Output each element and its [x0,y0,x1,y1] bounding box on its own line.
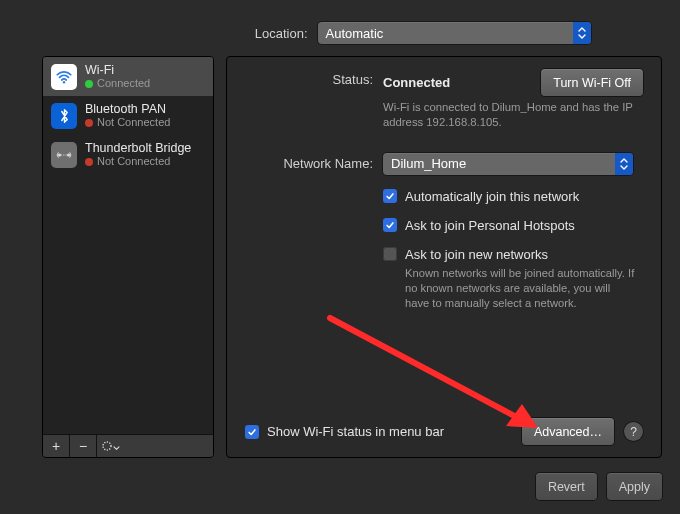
sidebar-item-texts: Wi-Fi Connected [85,63,150,90]
chevron-down-icon [113,438,120,454]
ask-new-help-text: Known networks will be joined automatica… [405,266,637,311]
sidebar-item-wifi[interactable]: Wi-Fi Connected [43,57,213,96]
sidebar-item-status: Not Connected [85,116,170,129]
ask-new-label: Ask to join new networks [405,247,548,262]
sidebar-item-status: Not Connected [85,155,191,168]
revert-button[interactable]: Revert [536,473,597,500]
status-dot-icon [85,158,93,166]
network-name-row: Network Name: Dilum_Home [245,153,643,175]
ask-new-checkbox[interactable] [383,247,397,261]
show-status-checkbox[interactable] [245,425,259,439]
sidebar-item-texts: Bluetooth PAN Not Connected [85,102,170,129]
advanced-button[interactable]: Advanced… [522,418,614,445]
location-row: Location: Automatic [0,22,680,44]
network-name-label: Network Name: [245,153,383,171]
status-value: Connected [383,75,450,90]
auto-join-label: Automatically join this network [405,189,579,204]
svg-point-2 [67,153,70,156]
network-name-value: Dilum_Home [383,156,474,171]
status-dot-icon [85,119,93,127]
minus-icon: − [79,438,87,454]
auto-join-row: Automatically join this network [383,189,643,204]
status-note: Wi-Fi is connected to Dilum_Home and has… [383,100,643,131]
network-name-select[interactable]: Dilum_Home [383,153,633,175]
sidebar-item-name: Thunderbolt Bridge [85,141,191,155]
thunderbolt-bridge-icon [51,142,77,168]
help-button[interactable]: ? [624,422,643,441]
ask-hotspots-checkbox[interactable] [383,218,397,232]
sidebar-item-name: Wi-Fi [85,63,150,77]
network-services-list[interactable]: Wi-Fi Connected Bluetooth PAN [43,57,213,434]
sidebar-footer: + − [43,434,213,457]
bluetooth-icon [51,103,77,129]
ask-hotspots-label: Ask to join Personal Hotspots [405,218,575,233]
location-select-value: Automatic [318,26,392,41]
detail-panel: Status: Connected Turn Wi-Fi Off Wi-Fi i… [226,56,662,458]
updown-icon [615,153,633,175]
detail-bottom-row: Show Wi-Fi status in menu bar Advanced… … [245,418,643,445]
auto-join-checkbox[interactable] [383,189,397,203]
status-row: Status: Connected Turn Wi-Fi Off Wi-Fi i… [245,69,643,131]
footer-buttons: Revert Apply [536,473,662,500]
svg-point-1 [58,153,61,156]
network-preferences-window: Location: Automatic Wi-Fi [0,0,680,514]
main-split: Wi-Fi Connected Bluetooth PAN [42,56,662,458]
sidebar-item-status: Connected [85,77,150,90]
plus-icon: + [52,438,60,454]
status-label: Status: [245,69,383,87]
svg-point-0 [63,81,65,83]
ask-hotspots-row: Ask to join Personal Hotspots [383,218,643,233]
status-dot-icon [85,80,93,88]
show-status-label: Show Wi-Fi status in menu bar [267,424,444,439]
location-label: Location: [70,26,308,41]
sidebar-item-bluetooth-pan[interactable]: Bluetooth PAN Not Connected [43,96,213,135]
apply-button[interactable]: Apply [607,473,662,500]
dotted-circle-icon [101,440,113,452]
service-actions-menu-button[interactable] [97,435,123,457]
location-select[interactable]: Automatic [318,22,591,44]
svg-point-3 [103,442,111,450]
remove-service-button[interactable]: − [70,435,97,457]
add-service-button[interactable]: + [43,435,70,457]
ask-new-row: Ask to join new networks [383,247,643,262]
sidebar-item-texts: Thunderbolt Bridge Not Connected [85,141,191,168]
sidebar-item-name: Bluetooth PAN [85,102,170,116]
sidebar: Wi-Fi Connected Bluetooth PAN [42,56,214,458]
wifi-toggle-button[interactable]: Turn Wi-Fi Off [541,69,643,96]
sidebar-item-thunderbolt-bridge[interactable]: Thunderbolt Bridge Not Connected [43,135,213,174]
updown-icon [573,22,591,44]
wifi-icon [51,64,77,90]
